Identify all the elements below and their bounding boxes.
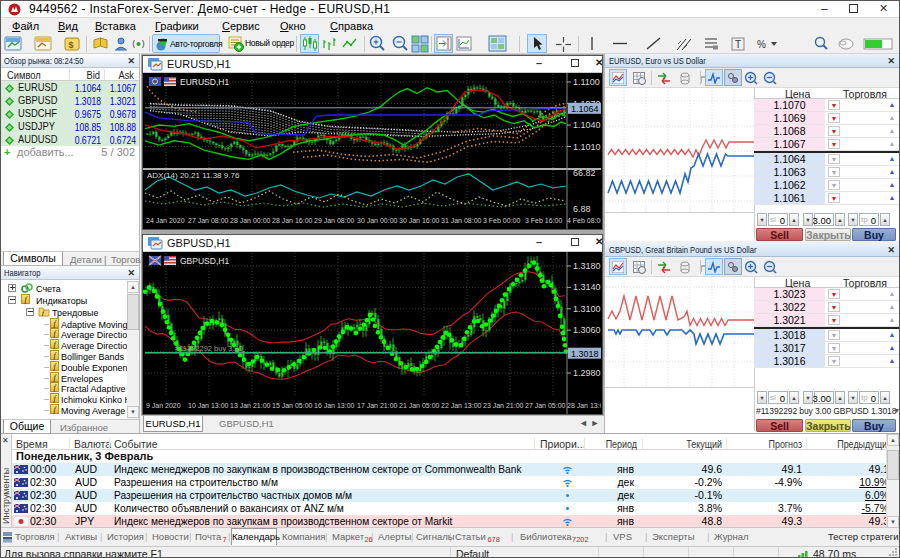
svg-text:1.3100: 1.3100	[573, 304, 601, 314]
svg-text:29 Jan 08:00: 29 Jan 08:00	[314, 217, 355, 224]
svg-text:28 Jan 13:00: 28 Jan 13:00	[567, 402, 601, 409]
svg-text:#11392292 buy 3.00: #11392292 buy 3.00	[175, 344, 243, 353]
svg-text:28 Jan 00:00: 28 Jan 00:00	[230, 217, 271, 224]
svg-text:3 Feb 16:00: 3 Feb 16:00	[525, 217, 562, 224]
svg-text:27 Jan 08:00: 27 Jan 08:00	[188, 217, 229, 224]
svg-text:13 Jan 21:00: 13 Jan 21:00	[230, 402, 271, 409]
svg-text:1.1064: 1.1064	[571, 104, 599, 114]
svg-text:15 Jan 05:00: 15 Jan 05:00	[272, 402, 313, 409]
svg-text:66.82: 66.82	[573, 168, 596, 178]
svg-text:T: T	[735, 39, 741, 50]
svg-text:30 Jan 16:00: 30 Jan 16:00	[399, 217, 440, 224]
svg-text:ADX(14) 20.21 11.38 9.76: ADX(14) 20.21 11.38 9.76	[147, 171, 240, 180]
svg-text:%: %	[757, 39, 766, 50]
svg-text:28 Jan 16:00: 28 Jan 16:00	[272, 217, 313, 224]
svg-text:3 Feb 00:00: 3 Feb 00:00	[483, 217, 520, 224]
svg-text:$: $	[69, 40, 74, 50]
svg-text:6.88: 6.88	[573, 204, 591, 214]
svg-text:30 Jan 00:00: 30 Jan 00:00	[357, 217, 398, 224]
svg-text:EURUSD,H1: EURUSD,H1	[180, 77, 229, 87]
svg-text:1.1010: 1.1010	[573, 142, 601, 152]
svg-text:1.3140: 1.3140	[573, 282, 601, 292]
svg-text:27 Jan 05:00: 27 Jan 05:00	[525, 402, 566, 409]
svg-text:23 Jan 21:00: 23 Jan 21:00	[483, 402, 524, 409]
svg-text:10 Jan 13:00: 10 Jan 13:00	[188, 402, 229, 409]
svg-text:1.3180: 1.3180	[573, 261, 601, 271]
svg-text:31 Jan 08:00: 31 Jan 08:00	[441, 217, 482, 224]
svg-text:24 Jan 2020: 24 Jan 2020	[146, 217, 185, 224]
svg-text:4 Feb 08:00: 4 Feb 08:00	[567, 217, 601, 224]
svg-text:1.1100: 1.1100	[573, 77, 600, 87]
svg-text:17 Jan 21:00: 17 Jan 21:00	[357, 402, 398, 409]
svg-text:22 Jan 13:00: 22 Jan 13:00	[441, 402, 482, 409]
svg-text:1.3018: 1.3018	[571, 349, 599, 359]
svg-text:1.3060: 1.3060	[573, 325, 601, 335]
svg-text:21 Jan 05:00: 21 Jan 05:00	[399, 402, 440, 409]
svg-text:1.2980: 1.2980	[573, 368, 601, 378]
svg-text:9 Jan 2020: 9 Jan 2020	[146, 402, 181, 409]
svg-text:16 Jan 13:00: 16 Jan 13:00	[314, 402, 355, 409]
svg-text:1.1040: 1.1040	[573, 120, 601, 130]
svg-text:GBPUSD,H1: GBPUSD,H1	[180, 256, 229, 266]
